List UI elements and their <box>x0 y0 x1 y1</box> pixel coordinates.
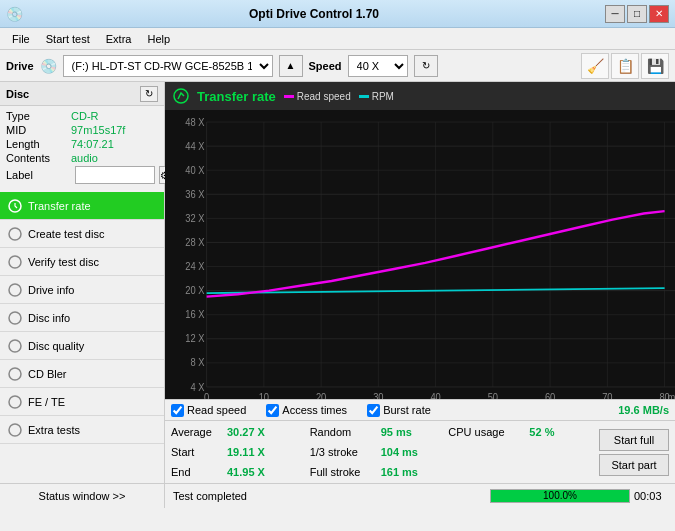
random-value: 95 ms <box>381 426 436 438</box>
disc-refresh-button[interactable]: ↻ <box>140 86 158 102</box>
stats-and-buttons: Average 30.27 X Start 19.11 X End 41.95 … <box>165 421 675 483</box>
svg-text:28 X: 28 X <box>185 236 204 248</box>
svg-point-6 <box>9 368 21 380</box>
disc-label-row: Label ⚙ <box>6 166 158 184</box>
nav-list: Transfer rate Create test disc Verify te… <box>0 192 164 444</box>
title-bar: 💿 Opti Drive Control 1.70 ─ □ ✕ <box>0 0 675 28</box>
stat-stroke13: 1/3 stroke 104 ms <box>310 443 449 461</box>
menu-help[interactable]: Help <box>139 31 178 47</box>
extra-tests-icon <box>8 423 22 437</box>
checkbox-access-times: Access times <box>266 404 347 417</box>
menu-file[interactable]: File <box>4 31 38 47</box>
bottom-area: Read speed Access times Burst rate 19.6 … <box>165 399 675 483</box>
start-label: Start <box>171 446 221 458</box>
nav-transfer-rate[interactable]: Transfer rate <box>0 192 164 220</box>
disc-mid-label: MID <box>6 124 71 136</box>
nav-drive-info[interactable]: Drive info <box>0 276 164 304</box>
verify-test-disc-icon <box>8 255 22 269</box>
main-layout: Disc ↻ Type CD-R MID 97m15s17f Length 74… <box>0 82 675 483</box>
menu-start-test[interactable]: Start test <box>38 31 98 47</box>
svg-text:20 X: 20 X <box>185 285 204 297</box>
status-text: Test completed <box>165 490 490 502</box>
chart-header: Transfer rate Read speed RPM <box>165 82 675 110</box>
svg-text:40 X: 40 X <box>185 164 204 176</box>
svg-text:0: 0 <box>204 392 210 399</box>
checkbox-read-speed: Read speed <box>171 404 246 417</box>
save-button[interactable]: 💾 <box>641 53 669 79</box>
menu-extra[interactable]: Extra <box>98 31 140 47</box>
stat-random: Random 95 ms <box>310 423 449 441</box>
svg-text:44 X: 44 X <box>185 140 204 152</box>
average-label: Average <box>171 426 221 438</box>
erase-button[interactable]: 🧹 <box>581 53 609 79</box>
read-speed-checkbox[interactable] <box>171 404 184 417</box>
nav-cd-bler[interactable]: CD Bler <box>0 360 164 388</box>
nav-extra-tests[interactable]: Extra tests <box>0 416 164 444</box>
nav-create-test-disc[interactable]: Create test disc <box>0 220 164 248</box>
svg-point-5 <box>9 340 21 352</box>
svg-text:30: 30 <box>373 392 384 399</box>
disc-contents-row: Contents audio <box>6 152 158 164</box>
speed-refresh-button[interactable]: ↻ <box>414 55 438 77</box>
disc-label-input[interactable] <box>75 166 155 184</box>
checkboxes-row: Read speed Access times Burst rate 19.6 … <box>165 399 675 421</box>
full-stroke-value: 161 ms <box>381 466 436 478</box>
app-icon: 💿 <box>6 6 23 22</box>
start-part-button[interactable]: Start part <box>599 454 669 476</box>
drive-info-icon <box>8 283 22 297</box>
nav-verify-test-disc[interactable]: Verify test disc <box>0 248 164 276</box>
disc-contents-value: audio <box>71 152 98 164</box>
stats-section: Average 30.27 X Start 19.11 X End 41.95 … <box>165 421 593 483</box>
disc-length-row: Length 74:07.21 <box>6 138 158 150</box>
nav-disc-info[interactable]: Disc info <box>0 304 164 332</box>
stats-col-3: CPU usage 52 % <box>448 423 587 481</box>
stroke13-label: 1/3 stroke <box>310 446 375 458</box>
average-value: 30.27 X <box>227 426 282 438</box>
window-controls: ─ □ ✕ <box>605 5 669 23</box>
minimize-button[interactable]: ─ <box>605 5 625 23</box>
transfer-rate-icon <box>8 199 22 213</box>
action-buttons: Start full Start part <box>593 421 675 483</box>
chart-title: Transfer rate <box>197 89 276 104</box>
maximize-button[interactable]: □ <box>627 5 647 23</box>
svg-text:10: 10 <box>259 392 270 399</box>
status-window-button[interactable]: Status window >> <box>0 484 165 508</box>
disc-mid-row: MID 97m15s17f <box>6 124 158 136</box>
svg-point-9 <box>174 89 188 103</box>
disc-type-row: Type CD-R <box>6 110 158 122</box>
svg-text:40: 40 <box>430 392 441 399</box>
copy-button[interactable]: 📋 <box>611 53 639 79</box>
nav-fe-te[interactable]: FE / TE <box>0 388 164 416</box>
stat-start: Start 19.11 X <box>171 443 310 461</box>
svg-text:32 X: 32 X <box>185 212 204 224</box>
right-panel: Transfer rate Read speed RPM <box>165 82 675 483</box>
disc-info-icon <box>8 311 22 325</box>
disc-info-panel: Type CD-R MID 97m15s17f Length 74:07.21 … <box>0 106 164 192</box>
svg-text:min: min <box>667 392 675 399</box>
start-full-button[interactable]: Start full <box>599 429 669 451</box>
stats-col-1: Average 30.27 X Start 19.11 X End 41.95 … <box>171 423 310 481</box>
disc-type-value: CD-R <box>71 110 99 122</box>
svg-text:48 X: 48 X <box>185 116 204 128</box>
access-times-checkbox[interactable] <box>266 404 279 417</box>
drive-select[interactable]: (F:) HL-DT-ST CD-RW GCE-8525B 1.03 <box>63 55 273 77</box>
disc-length-value: 74:07.21 <box>71 138 114 150</box>
chart-icon <box>173 88 189 104</box>
close-button[interactable]: ✕ <box>649 5 669 23</box>
svg-text:8 X: 8 X <box>191 357 205 369</box>
svg-point-4 <box>9 312 21 324</box>
svg-text:60: 60 <box>545 392 556 399</box>
svg-text:36 X: 36 X <box>185 188 204 200</box>
drive-eject-button[interactable]: ▲ <box>279 55 303 77</box>
progress-text: 100.0% <box>491 490 629 502</box>
svg-point-2 <box>9 256 21 268</box>
progress-bar: 100.0% <box>490 489 630 503</box>
speed-select[interactable]: 40 X <box>348 55 408 77</box>
end-label: End <box>171 466 221 478</box>
stat-average: Average 30.27 X <box>171 423 310 441</box>
burst-rate-checkbox[interactable] <box>367 404 380 417</box>
nav-disc-quality[interactable]: Disc quality <box>0 332 164 360</box>
full-stroke-label: Full stroke <box>310 466 375 478</box>
create-test-disc-icon <box>8 227 22 241</box>
svg-rect-10 <box>165 110 675 399</box>
